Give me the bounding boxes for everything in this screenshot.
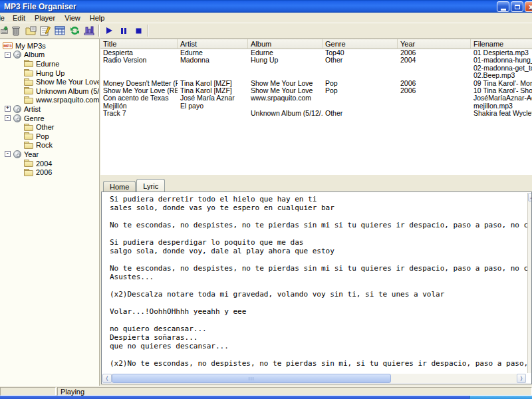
tree-item-2006[interactable]: 2006 [0,168,99,177]
table-cell: 01-madonna-hung_up.m [471,57,532,64]
table-cell: Unknown Album (5/12/... [248,110,323,117]
tree-item-show-me-your-love[interactable]: Show Me Your Love [0,77,99,86]
tree-item-other[interactable]: Other [0,122,99,132]
statistics-button[interactable] [82,24,96,38]
file-list: TitleArtistAlbumGenreYearFilename Despie… [100,39,532,175]
collapse-minus-icon[interactable]: - [5,52,11,58]
column-header-year[interactable]: Year [398,39,471,49]
table-row[interactable]: Show Me Your Love (RE...Tina Karol [MZF]… [100,87,532,94]
table-row[interactable]: MejillónEl payomejillon.mp3 [100,102,532,110]
table-cell [248,65,323,72]
pause-icon [120,27,127,35]
lyrics-panel[interactable]: Si pudiera derretir todo el hielo que ha… [101,192,532,384]
tree-item-artist[interactable]: +Artist [0,104,99,114]
lyrics-line: Si pudiera desperdigar lo poquito que me… [110,238,531,247]
stop-button[interactable] [131,24,146,38]
add-files-icon [0,25,9,36]
table-cell: Con acento de Texas [100,94,178,102]
collapse-minus-icon[interactable]: - [5,151,11,157]
tree-item-label: Year [24,150,39,158]
status-text: Playing [57,387,532,396]
tree-item-album[interactable]: -Album [0,51,99,60]
lyrics-line: No te escondas, no despistes, no te pier… [110,221,531,229]
menu-item-edit[interactable]: Edit [8,13,30,23]
folder-icon [24,60,33,67]
collapse-minus-icon[interactable]: - [5,115,11,121]
table-cell [398,72,471,79]
table-cell: Hung Up [248,57,323,64]
lyrics-line: Si pudiera derretir todo el hielo que ha… [110,195,531,203]
table-row[interactable]: Con acento de TexasJosé María Aznarwww.s… [100,94,532,102]
table-row[interactable]: Money Doesn't Metter (R...Tina Karol [MZ… [100,80,532,87]
file-list-header: TitleArtistAlbumGenreYearFilename [100,39,532,49]
scroll-up-arrow-icon[interactable]: ▲ [528,193,532,201]
refresh-button[interactable] [67,24,82,38]
add-files-button[interactable] [0,24,9,38]
lyrics-vertical-scrollbar[interactable]: ▲ [527,193,532,373]
tab-lyric[interactable]: Lyric [136,179,165,192]
table-cell: 2006 [398,80,471,87]
column-header-title[interactable]: Title [100,39,178,49]
table-row[interactable]: Track 7Unknown Album (5/12/...OtherShaki… [100,110,532,117]
tree-item-2004[interactable]: 2004 [0,159,99,168]
expand-plus-icon[interactable]: + [5,106,11,112]
scroll-right-arrow-icon[interactable]: 〉 [517,374,526,383]
stop-icon [136,28,142,34]
pause-button[interactable] [116,24,131,38]
scrollbar-track[interactable] [112,374,517,383]
table-cell [178,110,248,117]
restore-button[interactable] [511,1,523,12]
table-row[interactable]: 02.Beep.mp3 [100,72,532,79]
toolbar-separator [98,25,100,37]
tree-item-genre[interactable]: -Genre [0,114,99,123]
menu-item-player[interactable]: Player [30,13,60,23]
lyrics-text[interactable]: Si pudiera derretir todo el hielo que ha… [110,195,531,373]
menu-item-file[interactable]: File [0,13,8,23]
column-header-artist[interactable]: Artist [178,39,248,49]
tree-item-pop[interactable]: Pop [0,132,99,141]
lyrics-line: No te escondas, no despistes, no te pier… [110,264,531,273]
properties-button[interactable] [23,24,38,38]
table-cell [100,72,178,79]
delete-button[interactable] [9,24,23,38]
table-cell: 10 Tina Karol'- Show M [471,87,532,94]
scrollbar-thumb[interactable] [112,374,391,383]
table-row[interactable]: Radio VersionMadonnaHung UpOther200401-m… [100,57,532,64]
tree-item-unknown-album-5-12-20[interactable]: Unknown Album (5/12/20 [0,86,99,96]
play-button[interactable] [102,24,116,38]
lyrics-horizontal-scrollbar[interactable]: 〈 〉 [102,374,526,383]
tree-item-my-mp3s[interactable]: My MP3s [0,41,99,51]
column-header-genre[interactable]: Genre [323,39,398,49]
grid-view-button[interactable] [53,24,67,38]
folder-icon [24,132,33,140]
window-title: MP3 File Organiser [4,2,76,11]
column-header-album[interactable]: Album [248,39,323,49]
tree-item-hung-up[interactable]: Hung Up [0,68,99,78]
table-cell: 2006 [398,87,471,94]
tree-item-label: 2006 [36,168,52,176]
edit-tags-button[interactable] [38,24,53,38]
menu-item-view[interactable]: View [60,13,85,23]
table-cell: Show Me Your Love (RE... [100,87,178,94]
folder-icon [24,78,33,86]
edit-note-icon [40,25,51,36]
tree-item-edurne[interactable]: Edurne [0,59,99,68]
minimize-button[interactable] [497,1,509,12]
tab-home[interactable]: Home [103,181,136,192]
cd-icon [13,150,21,158]
tree-item-label: Genre [24,114,45,122]
tree-item-rock[interactable]: Rock [0,141,99,150]
menu-item-help[interactable]: Help [85,13,110,23]
table-row[interactable]: 02-madonna-get_togeth [100,65,532,72]
tree-item-www-srpaquito-com[interactable]: www.srpaquito.com [0,96,99,105]
table-row[interactable]: DespiertaEdurneEdurneTop40200601 Despier… [100,49,532,57]
close-button[interactable]: x [525,1,532,12]
column-header-filename[interactable]: Filename [471,39,532,49]
lyrics-line [110,316,531,325]
table-cell [178,65,248,72]
tree-item-year[interactable]: -Year [0,150,99,159]
table-cell: Madonna [178,57,248,64]
table-cell [323,102,398,110]
lyrics-line: salgo sola, donde voy, dale al play ahor… [110,247,531,255]
scroll-left-arrow-icon[interactable]: 〈 [102,374,112,383]
